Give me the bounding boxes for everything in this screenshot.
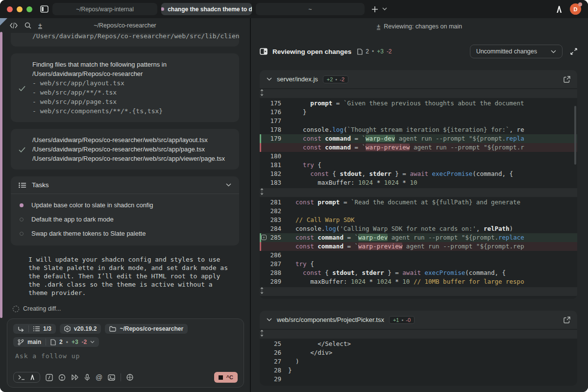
diff-context-line: 25 </Select> <box>260 340 577 348</box>
code-segment: command <box>325 135 351 142</box>
minimize-window-button[interactable] <box>17 6 23 12</box>
review-pane: ± Reviewing: changes on main Reviewing o… <box>250 18 588 392</box>
agent-profile-icon[interactable] <box>58 374 66 381</box>
expand-hunk-row[interactable] <box>260 89 577 98</box>
steps-count: 1/3 <box>43 325 51 332</box>
open-file-icon[interactable] <box>564 76 570 83</box>
code-segment: = <box>351 144 362 151</box>
code-scrollbar[interactable] <box>574 106 576 165</box>
diff-icon[interactable]: ± <box>38 23 42 29</box>
tab-list-chevron-icon[interactable] <box>382 7 387 11</box>
dropdown-value: Uncommitted changes <box>476 48 537 55</box>
sidebar-toggle-icon[interactable] <box>40 5 49 13</box>
directory-pill[interactable]: ~/Repos/co-researcher <box>105 324 188 334</box>
expand-gutter <box>260 188 288 197</box>
agent-input-box[interactable]: 1/3 v20.19.2 ~/Repos/co-researcher <box>7 318 244 388</box>
settings-globe-icon[interactable] <box>126 374 133 381</box>
code-line: } <box>288 366 577 375</box>
stop-square-icon <box>219 375 223 380</box>
warp-logo-icon[interactable] <box>555 5 563 13</box>
agent-block-files-found: /Users/davidwarp/Repos/co-researcher/web… <box>11 129 239 170</box>
changes-dropdown[interactable]: Uncommitted changes <box>470 45 563 58</box>
code-line: console.log(`Thought stream iteration ${… <box>288 125 577 134</box>
close-window-button[interactable] <box>7 6 13 12</box>
diff-context-line: 284 console.log('Calling Warp SDK for no… <box>260 224 577 233</box>
code-segment: // 10MB buffer for large respo <box>414 278 524 285</box>
tab-active-agent[interactable]: change the shadcn theme to d <box>161 3 252 15</box>
code-segment: console. <box>288 225 325 232</box>
warp-window: ~/Repos/warp-internal change the shadcn … <box>0 0 588 392</box>
chevron-down-icon[interactable] <box>267 318 272 321</box>
image-attach-icon[interactable] <box>108 374 115 381</box>
microphone-icon[interactable] <box>84 374 90 381</box>
expand-pane-icon[interactable] <box>570 48 577 55</box>
review-pane-title: ± Reviewing: changes on main <box>251 18 588 35</box>
fast-forward-icon[interactable] <box>71 374 79 380</box>
line-number: 289 <box>260 277 288 286</box>
tab-home[interactable]: ~ <box>256 3 365 15</box>
code-segment: command <box>318 243 343 250</box>
git-branch-icon <box>18 339 24 345</box>
mention-icon[interactable]: @ <box>96 373 102 381</box>
check-icon <box>19 135 32 163</box>
task-item[interactable]: Update base color to slate in shadcn con… <box>19 198 231 212</box>
diff-file-header[interactable]: server/index.js +2•-2 <box>260 70 577 88</box>
terminal-mode-toggle[interactable] <box>13 372 40 383</box>
chevron-down-icon[interactable] <box>226 183 231 187</box>
steps-list-icon <box>33 326 40 331</box>
check-icon <box>19 60 32 116</box>
task-list-icon <box>19 182 26 188</box>
diff-file-header[interactable]: web/src/components/ProjectPicker.tsx +1•… <box>260 311 577 329</box>
tab-warp-internal[interactable]: ~/Repos/warp-internal <box>52 3 157 15</box>
search-icon[interactable] <box>24 22 31 29</box>
code-segment: * <box>399 179 410 186</box>
expand-hunk-row[interactable] <box>260 330 577 339</box>
agent-mode-pill[interactable]: 1/3 <box>13 324 56 334</box>
open-file-icon[interactable] <box>564 317 570 323</box>
comment-bubble-icon[interactable]: + <box>261 235 267 240</box>
files-found-list: /Users/davidwarp/Repos/co-researcher/web… <box>32 135 231 163</box>
git-status-pill[interactable]: main 2 • +3 -2 <box>13 337 99 347</box>
stop-button[interactable]: ^C <box>214 372 238 383</box>
zoom-window-button[interactable] <box>26 6 32 12</box>
line-number: 25 <box>260 340 288 348</box>
code-line <box>288 251 577 260</box>
code-segment: } = <box>392 170 410 177</box>
followup-input[interactable]: Ask a follow up <box>15 352 236 360</box>
task-item[interactable]: Swap dark theme tokens to Slate palette <box>19 226 231 241</box>
code-segment: prompt <box>318 198 340 206</box>
expand-hunk-row[interactable] <box>260 287 577 296</box>
diff-context-line: 183 maxBuffer: 1024 * 1024 * 10 <box>260 178 577 187</box>
code-segment: replace <box>498 234 524 241</box>
diff-context-line: 282 <box>260 207 577 216</box>
review-scroll-area[interactable]: Reviewing open changes 2 • +3 -2 Uncommi… <box>251 35 588 386</box>
slash-command-icon[interactable] <box>46 374 53 381</box>
new-tab-button[interactable] <box>371 6 378 13</box>
chevron-down-icon[interactable] <box>90 341 95 343</box>
expand-hunk-row[interactable] <box>260 188 577 197</box>
code-segment: stdout <box>332 269 354 276</box>
task-item[interactable]: Default the app to dark mode <box>19 212 231 226</box>
task-todo-bullet-icon <box>20 232 24 236</box>
chevron-down-icon[interactable] <box>267 77 272 81</box>
node-version-pill[interactable]: v20.19.2 <box>60 324 101 334</box>
finding-title: Finding files that match the following p… <box>32 60 231 78</box>
code-segment: await <box>402 269 421 276</box>
code-line <box>288 330 577 339</box>
found-file-path: /Users/davidwarp/Repos/co-researcher/web… <box>32 145 231 154</box>
review-strip-text: Reviewing: changes on main <box>384 23 462 30</box>
avatar[interactable]: D <box>570 3 581 15</box>
code-icon[interactable] <box>10 23 18 28</box>
line-number: 288 <box>260 269 288 277</box>
code-segment <box>288 144 303 151</box>
code-segment: , <box>476 225 484 232</box>
code-segment: 'Calling Warp SDK for note cards on:' <box>340 225 476 232</box>
code-line: </div> <box>288 348 577 357</box>
agent-conversation[interactable]: /Users/davidwarp/Repos/co-researcher/web… <box>0 33 250 318</box>
avatar-initial: D <box>574 6 578 12</box>
tasks-header[interactable]: Tasks <box>11 176 239 194</box>
review-header: Reviewing open changes 2 • +3 -2 Uncommi… <box>260 45 577 58</box>
code-segment: 1024 <box>358 179 373 186</box>
tasks-list: Update base color to slate in shadcn con… <box>11 194 239 245</box>
code-segment: 10 <box>402 278 410 285</box>
